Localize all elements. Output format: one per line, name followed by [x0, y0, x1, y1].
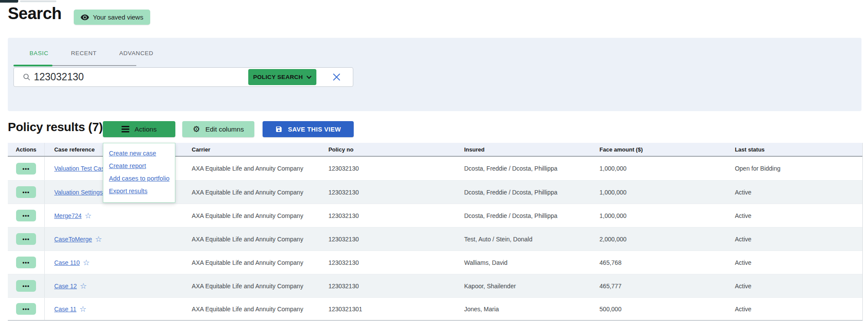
- saved-views-button[interactable]: Your saved views: [74, 10, 150, 25]
- carrier-cell: AXA Equitable Life and Annuity Company: [182, 165, 319, 172]
- policy-no-cell: 123032130: [319, 236, 455, 243]
- tab-recent[interactable]: RECENT: [70, 50, 98, 63]
- insured-cell: Walliams, David: [454, 259, 590, 266]
- favorite-star-icon[interactable]: ☆: [95, 234, 102, 244]
- last-status-cell: Active: [725, 283, 862, 290]
- policy-no-cell: 123032130: [319, 189, 455, 196]
- actions-dropdown-menu: Create new case Create report Add cases …: [103, 143, 175, 203]
- favorite-star-icon[interactable]: ☆: [80, 281, 87, 291]
- insured-cell: Kapoor, Shailender: [454, 283, 590, 290]
- search-panel: BASIC RECENT ADVANCED POLICY SEARCH: [8, 38, 861, 111]
- scope-button-label: POLICY SEARCH: [253, 74, 303, 80]
- carrier-cell: AXA Equitable Life and Annuity Company: [182, 283, 319, 290]
- edit-columns-button[interactable]: ⚙ Edit columns: [182, 121, 254, 137]
- chevron-down-icon: [306, 76, 312, 79]
- column-header-actions[interactable]: Actions: [8, 143, 45, 156]
- table-row: •••Case 12☆AXA Equitable Life and Annuit…: [8, 274, 862, 297]
- saved-views-label: Your saved views: [93, 13, 143, 21]
- hamburger-icon: [122, 126, 129, 132]
- table-row: •••Case 11☆AXA Equitable Life and Annuit…: [8, 297, 862, 321]
- face-amount-cell: 1,000,000: [590, 189, 725, 196]
- insured-cell: Jones, Maria: [454, 306, 590, 313]
- table-row: •••CaseToMerge☆AXA Equitable Life and An…: [8, 227, 862, 250]
- gear-icon: ⚙: [193, 125, 200, 133]
- last-status-cell: Open for Bidding: [725, 165, 862, 172]
- tab-basic[interactable]: BASIC: [29, 50, 49, 63]
- table-row: •••Merge724☆AXA Equitable Life and Annui…: [8, 204, 862, 227]
- actions-button[interactable]: Actions: [103, 121, 175, 137]
- case-reference-link[interactable]: Merge724: [54, 212, 82, 219]
- carrier-cell: AXA Equitable Life and Annuity Company: [182, 306, 319, 313]
- case-reference-link[interactable]: Case 11: [54, 306, 76, 313]
- column-header-policy-no[interactable]: Policy no: [319, 146, 455, 153]
- menu-item-create-report[interactable]: Create report: [103, 159, 175, 172]
- last-status-cell: Active: [725, 212, 862, 219]
- actions-button-label: Actions: [135, 125, 157, 133]
- case-reference-link[interactable]: Valuation Test Case: [54, 165, 108, 172]
- cropped-edge-fragment: [0, 0, 18, 3]
- face-amount-cell: 2,000,000: [590, 236, 725, 243]
- search-tabs: BASIC RECENT ADVANCED: [29, 50, 154, 63]
- last-status-cell: Active: [725, 189, 862, 196]
- tab-advanced[interactable]: ADVANCED: [118, 50, 155, 63]
- column-header-carrier[interactable]: Carrier: [182, 146, 319, 153]
- save-icon: [275, 125, 283, 133]
- active-tab-indicator: [13, 65, 53, 66]
- menu-item-create-new-case[interactable]: Create new case: [103, 147, 175, 159]
- row-actions-button[interactable]: •••: [16, 233, 36, 245]
- column-header-last-status[interactable]: Last status: [725, 146, 862, 153]
- last-status-cell: Active: [725, 259, 862, 266]
- results-heading: Policy results (7): [8, 120, 103, 134]
- policy-no-cell: 123032130: [319, 165, 455, 172]
- face-amount-cell: 1,000,000: [590, 165, 725, 172]
- row-actions-button[interactable]: •••: [16, 186, 36, 198]
- menu-item-add-cases-to-portfolio[interactable]: Add cases to portfolio: [103, 172, 175, 185]
- policy-no-cell: 123032130: [319, 259, 455, 266]
- save-this-view-button[interactable]: SAVE THIS VIEW: [263, 121, 354, 137]
- row-actions-button[interactable]: •••: [16, 303, 36, 315]
- insured-cell: Dcosta, Freddie / Dcosta, Phillippa: [454, 212, 590, 219]
- face-amount-cell: 465,768: [590, 259, 725, 266]
- table-row: •••Case 110☆AXA Equitable Life and Annui…: [8, 250, 862, 274]
- carrier-cell: AXA Equitable Life and Annuity Company: [182, 212, 319, 219]
- eye-icon: [81, 14, 89, 20]
- case-reference-link[interactable]: Case 110: [54, 259, 80, 266]
- row-actions-button[interactable]: •••: [16, 280, 36, 292]
- policy-search-scope-button[interactable]: POLICY SEARCH: [248, 69, 316, 85]
- row-actions-button[interactable]: •••: [16, 210, 36, 221]
- last-status-cell: Active: [725, 306, 862, 313]
- carrier-cell: AXA Equitable Life and Annuity Company: [182, 189, 319, 196]
- policy-no-cell: 123032130: [319, 212, 455, 219]
- carrier-cell: AXA Equitable Life and Annuity Company: [182, 259, 319, 266]
- insured-cell: Test, Auto / Stein, Donald: [454, 236, 590, 243]
- edit-columns-label: Edit columns: [205, 125, 244, 133]
- face-amount-cell: 500,000: [590, 306, 725, 313]
- insured-cell: Dcosta, Freddie / Dcosta, Phillippa: [454, 165, 590, 172]
- favorite-star-icon[interactable]: ☆: [79, 304, 86, 314]
- search-icon: [23, 73, 30, 81]
- face-amount-cell: 465,777: [590, 283, 725, 290]
- clear-search-button[interactable]: [327, 69, 346, 85]
- page-title: Search: [8, 4, 62, 23]
- insured-cell: Dcosta, Freddie / Dcosta, Phillippa: [454, 189, 590, 196]
- menu-item-export-results[interactable]: Export results: [103, 185, 175, 197]
- case-reference-link[interactable]: CaseToMerge: [54, 236, 92, 243]
- favorite-star-icon[interactable]: ☆: [85, 211, 92, 221]
- policy-no-cell: 1230321301: [319, 306, 455, 313]
- column-header-face-amount[interactable]: Face amount ($): [590, 146, 725, 153]
- row-actions-button[interactable]: •••: [16, 163, 36, 175]
- save-view-label: SAVE THIS VIEW: [288, 126, 341, 133]
- carrier-cell: AXA Equitable Life and Annuity Company: [182, 236, 319, 243]
- search-input[interactable]: [34, 68, 248, 86]
- favorite-star-icon[interactable]: ☆: [83, 258, 90, 267]
- case-reference-link[interactable]: Case 12: [54, 283, 77, 290]
- face-amount-cell: 1,000,000: [590, 212, 725, 219]
- cropped-edge-fragment: [20, 0, 56, 2]
- close-icon: [332, 73, 341, 81]
- last-status-cell: Active: [725, 236, 862, 243]
- row-actions-button[interactable]: •••: [16, 257, 36, 268]
- case-reference-link[interactable]: Valuation Settings: [54, 189, 103, 196]
- search-box: POLICY SEARCH: [13, 67, 353, 87]
- policy-no-cell: 123032130: [319, 283, 455, 290]
- column-header-insured[interactable]: Insured: [454, 146, 590, 153]
